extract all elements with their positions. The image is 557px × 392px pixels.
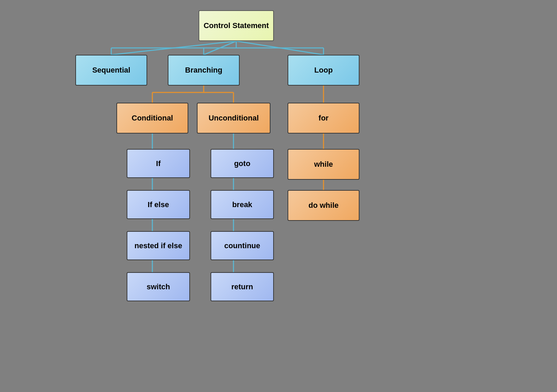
node-if-else: If else bbox=[127, 190, 190, 219]
node-branching: Branching bbox=[168, 55, 240, 86]
node-nested-if-else: nested if else bbox=[127, 231, 190, 260]
node-unconditional: Unconditional bbox=[197, 103, 270, 134]
node-conditional: Conditional bbox=[116, 103, 188, 134]
diagram: Control Statement Sequential Branching L… bbox=[0, 0, 557, 392]
node-for: for bbox=[288, 103, 359, 134]
node-while: while bbox=[288, 149, 359, 180]
node-control-statement: Control Statement bbox=[199, 10, 274, 41]
node-sequential: Sequential bbox=[75, 55, 147, 86]
node-break: break bbox=[211, 190, 274, 219]
node-goto: goto bbox=[211, 149, 274, 178]
node-switch: switch bbox=[127, 272, 190, 301]
node-do-while: do while bbox=[288, 190, 359, 221]
node-if: If bbox=[127, 149, 190, 178]
svg-line-0 bbox=[111, 41, 236, 55]
svg-line-2 bbox=[236, 41, 324, 55]
svg-line-1 bbox=[204, 41, 236, 55]
node-countinue: countinue bbox=[211, 231, 274, 260]
node-loop: Loop bbox=[288, 55, 359, 86]
node-return: return bbox=[211, 272, 274, 301]
